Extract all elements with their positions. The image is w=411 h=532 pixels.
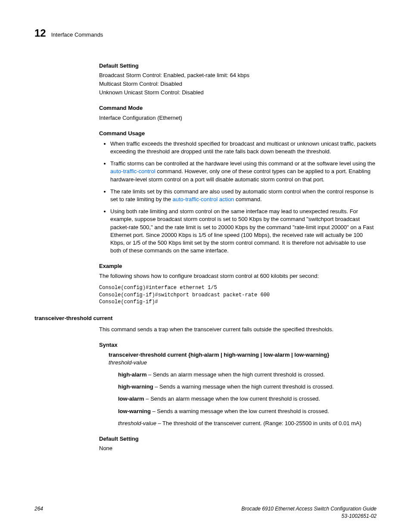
transceiver-heading: transceiver-threshold current: [34, 314, 377, 322]
page-footer: 264 Brocade 6910 Ethernet Access Switch …: [34, 505, 377, 520]
link-auto-traffic-control-action[interactable]: auto-traffic-control action: [173, 196, 234, 202]
syntax-option: high-alarm – Sends an alarm message when…: [118, 371, 377, 379]
page-number: 264: [34, 505, 43, 520]
command-usage-heading: Command Usage: [99, 130, 377, 137]
option-desc: – Sends a warning message when the high …: [153, 383, 334, 390]
chapter-title: Interface Commands: [51, 31, 103, 39]
syntax-option: low-warning – Sends a warning message wh…: [118, 408, 377, 415]
footer-doc-info: Brocade 6910 Ethernet Access Switch Conf…: [241, 505, 377, 520]
transceiver-content: This command sends a trap when the trans…: [99, 326, 377, 452]
command-usage-list: When traffic exceeds the threshold speci…: [99, 140, 377, 255]
syntax-param: threshold-value: [109, 359, 147, 366]
usage-text: Traffic storms can be controlled at the …: [110, 160, 375, 167]
syntax-heading: Syntax: [99, 341, 377, 349]
example-heading: Example: [99, 262, 377, 270]
usage-bullet: Traffic storms can be controlled at the …: [110, 160, 377, 184]
example-code-block: Console(config)#interface ethernet 1/5 C…: [99, 284, 377, 306]
usage-bullet: When traffic exceeds the threshold speci…: [110, 140, 377, 156]
default-setting-line: Multicast Storm Control: Disabled: [99, 80, 377, 88]
page-header: 12 Interface Commands: [34, 26, 377, 40]
option-desc: – The threshold of the transceiver curre…: [156, 420, 361, 426]
option-name: low-alarm: [118, 395, 144, 402]
footer-doc-title: Brocade 6910 Ethernet Access Switch Conf…: [241, 506, 377, 512]
example-intro: The following shows how to configure bro…: [99, 272, 377, 280]
default-setting-heading: Default Setting: [99, 62, 377, 70]
default-setting-line: Unknown Unicast Storm Control: Disabled: [99, 89, 377, 96]
option-name: low-warning: [118, 408, 151, 414]
option-desc: – Sends an alarm message when the low cu…: [144, 395, 320, 402]
syntax-option: high-warning – Sends a warning message w…: [118, 383, 377, 391]
syntax-cmd-bold: transceiver-threshold current: [109, 352, 187, 358]
option-desc: – Sends an alarm message when the high c…: [146, 371, 324, 378]
syntax-command-line: transceiver-threshold current {high-alar…: [109, 351, 377, 367]
chapter-number: 12: [34, 26, 46, 40]
command-mode-heading: Command Mode: [99, 104, 377, 112]
option-name: high-alarm: [118, 371, 146, 378]
usage-bullet: The rate limits set by this command are …: [110, 188, 377, 203]
syntax-cmd-rest: {high-alarm | high-warning | low-alarm |…: [187, 352, 329, 358]
syntax-option: threshold-value – The threshold of the t…: [118, 420, 377, 427]
option-name: high-warning: [118, 383, 153, 390]
default-setting-body-2: None: [99, 445, 377, 452]
usage-text: command.: [234, 196, 262, 202]
transceiver-intro: This command sends a trap when the trans…: [99, 326, 377, 333]
document-page: 12 Interface Commands Default Setting Br…: [0, 0, 411, 532]
default-setting-line: Broadcast Storm Control: Enabled, packet…: [99, 72, 377, 79]
option-name: threshold-value: [118, 420, 156, 426]
link-auto-traffic-control[interactable]: auto-traffic-control: [110, 168, 156, 174]
content-block: Default Setting Broadcast Storm Control:…: [99, 62, 377, 306]
default-setting-heading-2: Default Setting: [99, 435, 377, 443]
syntax-option: low-alarm – Sends an alarm message when …: [118, 395, 377, 403]
footer-doc-num: 53-1002651-02: [342, 513, 377, 519]
option-desc: – Sends a warning message when the low c…: [151, 408, 329, 414]
command-mode-body: Interface Configuration (Ethernet): [99, 114, 377, 122]
usage-bullet: Using both rate limiting and storm contr…: [110, 208, 377, 255]
